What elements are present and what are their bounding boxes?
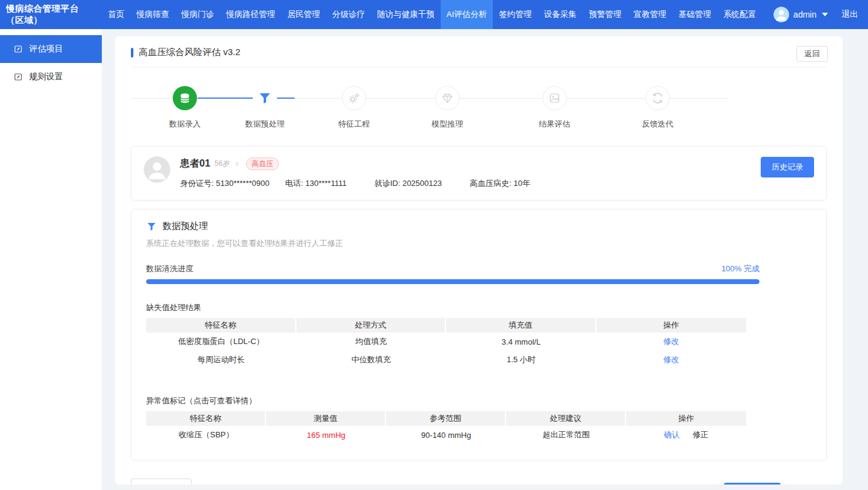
table-header-row: 特征名称 测量值 参考范围 处理建议 操作 bbox=[146, 411, 746, 426]
outliers-table: 特征名称 测量值 参考范围 处理建议 操作 收缩压（SBP） 165 mmHg … bbox=[146, 411, 746, 444]
col-feature-name: 特征名称 bbox=[146, 411, 266, 426]
main-area: 高血压综合风险评估 v3.2 返回 数据录入 数据预处理 bbox=[102, 29, 868, 490]
nav-item-pathway[interactable]: 慢病路径管理 bbox=[220, 0, 281, 29]
modify-link[interactable]: 修改 bbox=[663, 355, 679, 364]
next-step-button[interactable]: 下一步 → bbox=[724, 483, 781, 485]
progress-fill bbox=[146, 279, 760, 284]
patient-id-number: 身份证号: 5130******0900 bbox=[180, 178, 269, 189]
top-nav: 慢病综合管理平台（区域） 首页 慢病筛查 慢病门诊 慢病路径管理 居民管理 分级… bbox=[0, 0, 868, 29]
visit-id: 就诊ID: 202500123 bbox=[375, 178, 442, 189]
page-title: 高血压综合风险评估 v3.2 bbox=[139, 47, 241, 58]
header-divider bbox=[131, 67, 827, 67]
app-brand: 慢病综合管理平台（区域） bbox=[0, 0, 102, 29]
progress-bar bbox=[146, 279, 760, 284]
confirm-link[interactable]: 确认 bbox=[664, 430, 679, 439]
outlier-row[interactable]: 收缩压（SBP） 165 mmHg 90-140 mmHg 超出正常范围 确认 … bbox=[146, 426, 746, 444]
section-subtitle: 系统正在处理数据，您可以查看处理结果并进行人工修正 bbox=[146, 238, 812, 249]
progress-label: 数据清洗进度 bbox=[146, 263, 193, 274]
nav-item-basic[interactable]: 基础管理 bbox=[672, 0, 717, 29]
nav-item-screening[interactable]: 慢病筛查 bbox=[130, 0, 175, 29]
image-icon bbox=[542, 86, 567, 110]
hypertension-history: 高血压病史: 10年 bbox=[470, 178, 530, 189]
outliers-label: 异常值标记（点击可查看详情） bbox=[146, 396, 812, 406]
patient-phone: 电话: 130****1111 bbox=[285, 178, 346, 189]
gem-icon bbox=[435, 86, 459, 110]
gender-icon: ♀ bbox=[234, 159, 240, 168]
patient-avatar bbox=[144, 156, 170, 183]
nav-item-device[interactable]: 设备采集 bbox=[538, 0, 583, 29]
clipboard-edit-icon bbox=[13, 44, 23, 54]
table-row: 每周运动时长 中位数填充 1.5 小时 修改 bbox=[146, 351, 746, 369]
nav-item-education[interactable]: 宣教管理 bbox=[627, 0, 672, 29]
sidebar: 评估项目 规则设置 bbox=[0, 29, 102, 490]
patient-card: 患者01 56岁 ♀ 高血压 身份证号: 5130******0900 电话: … bbox=[131, 146, 827, 200]
page-header: 高血压综合风险评估 v3.2 bbox=[131, 36, 827, 58]
step-preprocessing: 数据预处理 bbox=[229, 79, 301, 130]
col-method: 处理方式 bbox=[296, 318, 447, 333]
nav-item-ai-assessment[interactable]: AI评估分析 bbox=[441, 0, 493, 29]
funnel-icon bbox=[146, 221, 157, 232]
wizard-steps: 数据录入 数据预处理 特征工程 bbox=[131, 79, 827, 135]
patient-name: 患者01 bbox=[180, 157, 210, 170]
sidebar-item-rule-settings[interactable]: 规则设置 bbox=[0, 63, 102, 91]
step-model-inference: 模型推理 bbox=[411, 79, 484, 130]
hypertension-tag: 高血压 bbox=[246, 157, 279, 170]
clipboard-edit-icon bbox=[13, 72, 23, 82]
gears-icon bbox=[342, 86, 366, 110]
title-accent-bar bbox=[131, 48, 133, 58]
wizard-footer: ← 上一步 下一步 → bbox=[131, 478, 827, 485]
database-icon bbox=[173, 86, 197, 110]
missing-values-table: 特征名称 处理方式 填充值 操作 低密度脂蛋白（LDL-C） 均值填充 3.4 … bbox=[146, 318, 746, 369]
nav-item-contract[interactable]: 签约管理 bbox=[493, 0, 538, 29]
nav-item-followup[interactable]: 随访与健康干预 bbox=[371, 0, 441, 29]
step-feedback-iteration: 反馈迭代 bbox=[621, 79, 694, 130]
patient-info: 患者01 56岁 ♀ 高血压 身份证号: 5130******0900 电话: … bbox=[180, 156, 546, 189]
nav-item-residents[interactable]: 居民管理 bbox=[281, 0, 326, 29]
col-action: 操作 bbox=[626, 411, 746, 426]
col-action: 操作 bbox=[596, 318, 747, 333]
nav-item-warning[interactable]: 预警管理 bbox=[583, 0, 627, 29]
abnormal-value: 165 mmHg bbox=[307, 431, 346, 440]
table-row: 低密度脂蛋白（LDL-C） 均值填充 3.4 mmol/L 修改 bbox=[146, 333, 746, 351]
progress-header: 数据清洗进度 100% 完成 bbox=[146, 263, 760, 274]
username: admin bbox=[793, 10, 816, 19]
nav-menu: 首页 慢病筛查 慢病门诊 慢病路径管理 居民管理 分级诊疗 随访与健康干预 AI… bbox=[102, 0, 762, 29]
patient-age: 56岁 bbox=[215, 159, 230, 169]
funnel-icon bbox=[253, 86, 277, 110]
refresh-icon bbox=[646, 86, 670, 110]
step-result-evaluation: 结果评估 bbox=[518, 79, 591, 130]
nav-item-system-config[interactable]: 系统配置 bbox=[717, 0, 762, 29]
history-button[interactable]: 历史记录 bbox=[761, 157, 814, 177]
chevron-down-icon bbox=[822, 13, 828, 16]
logout-button[interactable]: 退出 bbox=[832, 0, 868, 29]
back-button[interactable]: 返回 bbox=[796, 46, 828, 62]
table-header-row: 特征名称 处理方式 填充值 操作 bbox=[146, 318, 746, 333]
col-measured-value: 测量值 bbox=[266, 411, 386, 426]
step-data-entry: 数据录入 bbox=[149, 79, 221, 130]
col-fill-value: 填充值 bbox=[446, 318, 596, 333]
col-suggestion: 处理建议 bbox=[506, 411, 626, 426]
modify-link[interactable]: 修改 bbox=[663, 337, 679, 346]
prev-step-button[interactable]: ← 上一步 bbox=[131, 478, 192, 485]
arrow-left-icon: ← bbox=[142, 485, 152, 485]
preprocessing-card: 数据预处理 系统正在处理数据，您可以查看处理结果并进行人工修正 数据清洗进度 1… bbox=[131, 209, 827, 460]
user-avatar bbox=[773, 7, 789, 22]
nav-item-tiered-care[interactable]: 分级诊疗 bbox=[326, 0, 371, 29]
col-reference-range: 参考范围 bbox=[386, 411, 506, 426]
user-menu[interactable]: admin bbox=[770, 0, 832, 29]
correct-link[interactable]: 修正 bbox=[693, 430, 709, 439]
patient-fields: 身份证号: 5130******0900 电话: 130****1111 就诊I… bbox=[180, 178, 546, 189]
col-feature-name: 特征名称 bbox=[146, 318, 296, 333]
progress-value: 100% 完成 bbox=[721, 263, 760, 274]
step-feature-engineering: 特征工程 bbox=[318, 79, 390, 130]
missing-values-label: 缺失值处理结果 bbox=[146, 302, 812, 313]
content-card: 高血压综合风险评估 v3.2 返回 数据录入 数据预处理 bbox=[115, 36, 843, 485]
section-title: 数据预处理 bbox=[162, 220, 208, 232]
nav-item-clinic[interactable]: 慢病门诊 bbox=[175, 0, 220, 29]
nav-item-home[interactable]: 首页 bbox=[102, 0, 130, 29]
sidebar-item-assessment-projects[interactable]: 评估项目 bbox=[0, 35, 102, 63]
